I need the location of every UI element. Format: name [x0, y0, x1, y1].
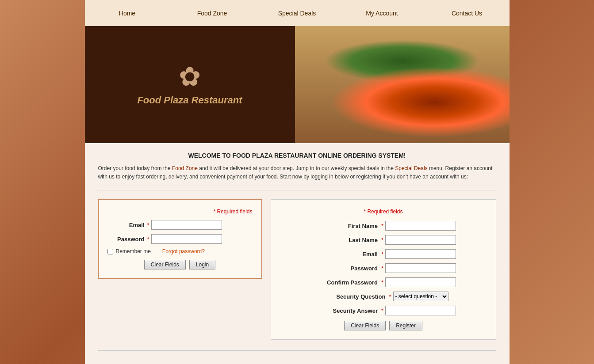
logo-icon: ✿: [179, 64, 201, 90]
reg-confirm-password-label: Confirm Password: [310, 279, 381, 286]
header-left: ✿ Food Plaza Restaurant: [85, 26, 295, 143]
reg-lastname-input[interactable]: [385, 235, 456, 245]
restaurant-name: Food Plaza Restaurant: [137, 95, 242, 106]
reg-required-star: *: [364, 209, 366, 215]
reg-email-label: Email: [310, 251, 381, 258]
reg-password-star: *: [381, 265, 383, 272]
nav-my-account[interactable]: My Account: [340, 0, 425, 26]
header-banner: ✿ Food Plaza Restaurant: [85, 26, 510, 143]
reg-lastname-label: Last Name: [310, 237, 381, 243]
login-buttons: Clear Fields Login: [107, 260, 253, 269]
welcome-text: Order your food today from the Food Zone…: [98, 164, 496, 181]
nav-special-deals[interactable]: Special Deals: [255, 0, 340, 26]
reg-security-question-row: Security Question * - select question - …: [280, 292, 487, 301]
reg-confirm-password-input[interactable]: [385, 277, 456, 287]
reg-security-answer-star: *: [381, 307, 383, 314]
reg-password-input[interactable]: [385, 263, 456, 273]
reg-confirm-password-row: Confirm Password *: [280, 277, 487, 287]
register-button[interactable]: Register: [389, 321, 422, 330]
main-content: WELCOME TO FOOD PLAZA RESTAURANT ONLINE …: [85, 143, 510, 364]
reg-security-answer-row: Security Answer *: [280, 306, 487, 315]
reg-security-question-select[interactable]: - select question - What is your mother'…: [393, 292, 448, 301]
forms-row: * Required fields Email * Password * Rem…: [98, 199, 496, 340]
forgot-password-link[interactable]: Forgot password?: [162, 248, 205, 254]
reg-security-question-label: Security Question: [318, 293, 389, 300]
reg-lastname-star: *: [381, 237, 383, 243]
login-password-label: Password: [107, 236, 147, 243]
login-email-star: *: [147, 222, 149, 228]
bottom-divider: [98, 350, 496, 351]
food-zone-link[interactable]: Food Zone: [172, 165, 198, 171]
reg-required-label: * Required fields: [280, 209, 487, 215]
login-required-star: *: [213, 209, 215, 215]
divider: [98, 190, 496, 190]
reg-firstname-input[interactable]: [385, 221, 456, 231]
reg-security-answer-label: Security Answer: [310, 307, 381, 314]
login-form: * Required fields Email * Password * Rem…: [98, 199, 262, 279]
reg-password-label: Password: [310, 265, 381, 272]
reg-security-answer-input[interactable]: [385, 306, 456, 315]
login-required-text: Required fields: [217, 209, 252, 215]
food-image: [295, 26, 510, 143]
reg-email-input[interactable]: [385, 249, 456, 259]
login-password-input[interactable]: [151, 234, 222, 244]
remember-checkbox[interactable]: [107, 249, 113, 254]
reg-required-text: Required fields: [367, 209, 402, 215]
login-clear-button[interactable]: Clear Fields: [144, 260, 186, 269]
register-form: * Required fields First Name * Last Name…: [271, 199, 496, 340]
reg-password-row: Password *: [280, 263, 487, 273]
reg-firstname-label: First Name: [310, 223, 381, 229]
login-button[interactable]: Login: [189, 260, 215, 269]
login-password-row: Password *: [107, 234, 253, 244]
remember-row: Remember me Forgot password?: [107, 248, 253, 254]
login-email-label: Email: [107, 222, 147, 228]
login-password-star: *: [147, 236, 149, 243]
login-email-row: Email *: [107, 220, 253, 230]
reg-security-question-star: *: [389, 293, 391, 300]
login-email-input[interactable]: [151, 220, 222, 230]
reg-firstname-star: *: [381, 223, 383, 229]
navigation: Home Food Zone Special Deals My Account …: [85, 0, 510, 26]
nav-food-zone[interactable]: Food Zone: [170, 0, 255, 26]
special-deals-link[interactable]: Special Deals: [395, 165, 427, 171]
register-clear-button[interactable]: Clear Fields: [344, 321, 386, 330]
header-right: [295, 26, 510, 143]
welcome-title: WELCOME TO FOOD PLAZA RESTAURANT ONLINE …: [98, 152, 496, 159]
reg-firstname-row: First Name *: [280, 221, 487, 231]
nav-contact-us[interactable]: Contact Us: [425, 0, 510, 26]
login-required-label: * Required fields: [107, 209, 253, 215]
reg-email-row: Email *: [280, 249, 487, 259]
remember-label: Remember me: [116, 248, 151, 254]
reg-email-star: *: [381, 251, 383, 258]
reg-confirm-password-star: *: [381, 279, 383, 286]
reg-lastname-row: Last Name *: [280, 235, 487, 245]
register-buttons: Clear Fields Register: [280, 321, 487, 330]
nav-home[interactable]: Home: [85, 0, 170, 26]
